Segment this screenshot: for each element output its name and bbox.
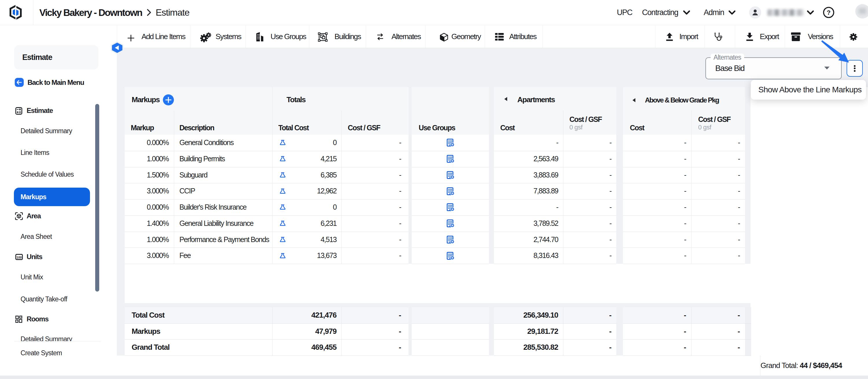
svg-text:100: 100 bbox=[17, 256, 22, 259]
svg-text:?: ? bbox=[827, 9, 830, 16]
